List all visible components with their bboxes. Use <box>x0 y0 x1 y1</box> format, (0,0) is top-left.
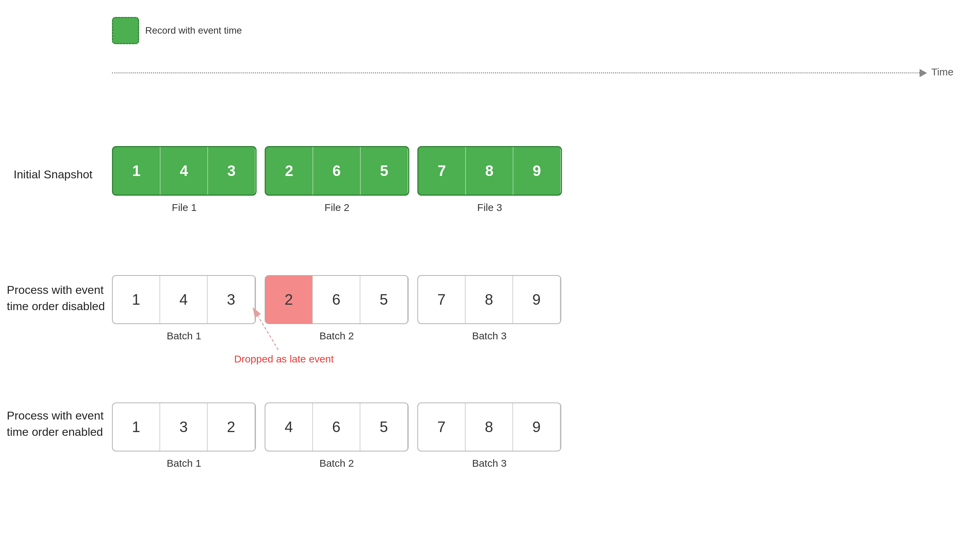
time-label: Time <box>931 66 953 78</box>
disabled-batch3-records: 7 8 9 <box>417 275 561 324</box>
file2-records: 2 6 5 <box>265 146 409 196</box>
batch-file1: 1 4 3 File 1 <box>112 146 256 213</box>
row-label-disabled: Process with event time order disabled <box>7 282 112 314</box>
file1-record-2: 4 <box>161 147 208 195</box>
e2-record-3: 5 <box>360 403 408 451</box>
batch-file3: 7 8 9 File 3 <box>417 146 562 213</box>
batch-disabled-1: 1 4 3 Batch 1 <box>112 275 256 342</box>
file1-record-3: 3 <box>208 147 256 195</box>
e1-record-3: 2 <box>208 403 255 451</box>
e2-label: Batch 2 <box>319 458 354 469</box>
enabled-batch1-records: 1 3 2 <box>112 402 256 452</box>
e1-record-2: 3 <box>160 403 208 451</box>
file3-label: File 3 <box>477 202 502 213</box>
d1-record-2: 4 <box>160 276 208 323</box>
d3-record-1: 7 <box>418 276 466 323</box>
e2-record-2: 6 <box>313 403 360 451</box>
diagram-container: Record with event time Time Initial Snap… <box>0 0 980 535</box>
file1-record-1: 1 <box>113 147 161 195</box>
file2-record-2: 6 <box>313 147 361 195</box>
e3-record-3: 9 <box>513 403 561 451</box>
enabled-batch3-records: 7 8 9 <box>417 402 561 452</box>
dropped-text: Dropped as late event <box>234 353 334 364</box>
d2-record-3: 5 <box>360 276 408 323</box>
row-label-enabled: Process with event time order enabled <box>7 407 112 440</box>
time-arrow: Time <box>112 68 953 78</box>
batch-enabled-3: 7 8 9 Batch 3 <box>417 402 561 469</box>
batch-enabled-2: 4 6 5 Batch 2 <box>265 402 409 469</box>
file3-record-3: 9 <box>514 147 561 195</box>
e2-record-1: 4 <box>266 403 313 451</box>
e1-record-1: 1 <box>113 403 160 451</box>
d3-record-2: 8 <box>466 276 513 323</box>
enabled-batch2-records: 4 6 5 <box>265 402 409 452</box>
legend: Record with event time <box>112 17 242 44</box>
disabled-batch1-records: 1 4 3 <box>112 275 256 324</box>
dropped-label: Dropped as late event <box>234 353 334 365</box>
file3-record-1: 7 <box>418 147 466 195</box>
svg-line-0 <box>258 316 278 350</box>
row-label-initial: Initial Snapshot <box>14 166 115 183</box>
dropped-arrow-svg <box>237 299 339 360</box>
file3-record-2: 8 <box>466 147 514 195</box>
file1-records: 1 4 3 <box>112 146 256 196</box>
d3-label: Batch 3 <box>472 330 507 342</box>
e3-record-1: 7 <box>418 403 466 451</box>
d3-record-3: 9 <box>513 276 561 323</box>
legend-label: Record with event time <box>145 24 242 37</box>
file2-record-3: 5 <box>361 147 408 195</box>
arrow-head <box>920 69 927 77</box>
batch-disabled-3: 7 8 9 Batch 3 <box>417 275 561 342</box>
e3-record-2: 8 <box>466 403 513 451</box>
legend-record-box <box>112 17 139 44</box>
file3-records: 7 8 9 <box>417 146 562 196</box>
time-line <box>112 72 920 73</box>
d1-record-1: 1 <box>113 276 160 323</box>
batch-file2: 2 6 5 File 2 <box>265 146 409 213</box>
batch-enabled-1: 1 3 2 Batch 1 <box>112 402 256 469</box>
file2-record-1: 2 <box>266 147 313 195</box>
file2-label: File 2 <box>325 202 349 213</box>
d1-label: Batch 1 <box>167 330 201 342</box>
e3-label: Batch 3 <box>472 458 507 469</box>
file1-label: File 1 <box>172 202 196 213</box>
e1-label: Batch 1 <box>167 458 201 469</box>
